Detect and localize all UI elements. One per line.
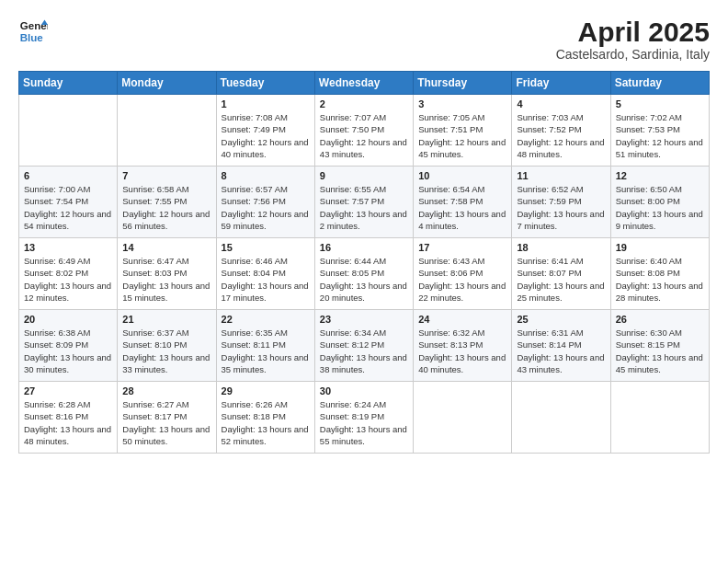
day-cell: 9Sunrise: 6:55 AM Sunset: 7:57 PM Daylig… <box>314 167 413 238</box>
day-detail: Sunrise: 6:46 AM Sunset: 8:04 PM Dayligh… <box>222 255 310 304</box>
week-row-5: 27Sunrise: 6:28 AM Sunset: 8:16 PM Dayli… <box>19 382 710 454</box>
day-cell: 27Sunrise: 6:28 AM Sunset: 8:16 PM Dayli… <box>19 382 118 454</box>
week-row-2: 6Sunrise: 7:00 AM Sunset: 7:54 PM Daylig… <box>19 167 710 238</box>
day-detail: Sunrise: 6:50 AM Sunset: 8:00 PM Dayligh… <box>616 183 704 232</box>
day-cell: 1Sunrise: 7:08 AM Sunset: 7:49 PM Daylig… <box>216 95 314 167</box>
day-cell: 15Sunrise: 6:46 AM Sunset: 8:04 PM Dayli… <box>216 238 314 310</box>
day-cell <box>610 382 709 454</box>
day-cell: 4Sunrise: 7:03 AM Sunset: 7:52 PM Daylig… <box>512 95 610 167</box>
day-cell <box>512 382 610 454</box>
day-cell: 20Sunrise: 6:38 AM Sunset: 8:09 PM Dayli… <box>19 310 118 382</box>
day-cell: 8Sunrise: 6:57 AM Sunset: 7:56 PM Daylig… <box>216 167 314 238</box>
day-number: 30 <box>320 385 408 396</box>
weekday-header-tuesday: Tuesday <box>216 72 314 95</box>
day-detail: Sunrise: 6:35 AM Sunset: 8:11 PM Dayligh… <box>222 327 310 375</box>
logo: General Blue <box>18 17 48 46</box>
day-cell: 12Sunrise: 6:50 AM Sunset: 8:00 PM Dayli… <box>610 167 709 238</box>
day-detail: Sunrise: 6:32 AM Sunset: 8:13 PM Dayligh… <box>418 327 506 375</box>
day-detail: Sunrise: 6:57 AM Sunset: 7:56 PM Dayligh… <box>222 183 310 232</box>
day-cell: 18Sunrise: 6:41 AM Sunset: 8:07 PM Dayli… <box>512 238 610 310</box>
day-number: 28 <box>122 385 210 396</box>
day-detail: Sunrise: 6:31 AM Sunset: 8:14 PM Dayligh… <box>517 327 605 375</box>
day-cell: 22Sunrise: 6:35 AM Sunset: 8:11 PM Dayli… <box>216 310 314 382</box>
day-detail: Sunrise: 6:34 AM Sunset: 8:12 PM Dayligh… <box>320 327 408 375</box>
day-detail: Sunrise: 7:03 AM Sunset: 7:52 PM Dayligh… <box>517 111 605 160</box>
day-detail: Sunrise: 6:52 AM Sunset: 7:59 PM Dayligh… <box>517 183 605 232</box>
day-number: 18 <box>517 242 605 253</box>
day-number: 15 <box>222 242 310 253</box>
day-detail: Sunrise: 7:08 AM Sunset: 7:49 PM Dayligh… <box>222 111 310 160</box>
day-number: 22 <box>222 314 310 325</box>
calendar-title: April 2025 <box>556 17 710 47</box>
logo-icon: General Blue <box>18 17 48 46</box>
day-detail: Sunrise: 6:40 AM Sunset: 8:08 PM Dayligh… <box>616 255 704 304</box>
day-number: 24 <box>418 314 506 325</box>
day-number: 26 <box>616 314 704 325</box>
day-number: 7 <box>122 170 210 181</box>
day-detail: Sunrise: 7:00 AM Sunset: 7:54 PM Dayligh… <box>24 183 112 232</box>
day-number: 10 <box>418 170 506 181</box>
day-cell: 5Sunrise: 7:02 AM Sunset: 7:53 PM Daylig… <box>610 95 709 167</box>
day-detail: Sunrise: 6:30 AM Sunset: 8:15 PM Dayligh… <box>616 327 704 375</box>
day-detail: Sunrise: 7:02 AM Sunset: 7:53 PM Dayligh… <box>616 111 704 160</box>
day-number: 4 <box>517 98 605 109</box>
day-number: 9 <box>320 170 408 181</box>
day-number: 3 <box>418 98 506 109</box>
day-number: 11 <box>517 170 605 181</box>
day-cell: 10Sunrise: 6:54 AM Sunset: 7:58 PM Dayli… <box>414 167 512 238</box>
page: General Blue April 2025 Castelsardo, Sar… <box>0 0 728 563</box>
day-cell: 25Sunrise: 6:31 AM Sunset: 8:14 PM Dayli… <box>512 310 610 382</box>
day-cell: 13Sunrise: 6:49 AM Sunset: 8:02 PM Dayli… <box>19 238 118 310</box>
day-number: 25 <box>517 314 605 325</box>
day-detail: Sunrise: 6:41 AM Sunset: 8:07 PM Dayligh… <box>517 255 605 304</box>
day-number: 6 <box>24 170 112 181</box>
calendar-table: SundayMondayTuesdayWednesdayThursdayFrid… <box>18 71 710 454</box>
day-cell: 11Sunrise: 6:52 AM Sunset: 7:59 PM Dayli… <box>512 167 610 238</box>
day-cell: 23Sunrise: 6:34 AM Sunset: 8:12 PM Dayli… <box>314 310 413 382</box>
day-cell: 19Sunrise: 6:40 AM Sunset: 8:08 PM Dayli… <box>610 238 709 310</box>
day-number: 1 <box>222 98 310 109</box>
day-detail: Sunrise: 6:43 AM Sunset: 8:06 PM Dayligh… <box>418 255 506 304</box>
weekday-header-friday: Friday <box>512 72 610 95</box>
week-row-4: 20Sunrise: 6:38 AM Sunset: 8:09 PM Dayli… <box>19 310 710 382</box>
day-cell: 2Sunrise: 7:07 AM Sunset: 7:50 PM Daylig… <box>314 95 413 167</box>
day-detail: Sunrise: 6:28 AM Sunset: 8:16 PM Dayligh… <box>24 398 112 447</box>
day-cell <box>118 95 216 167</box>
day-detail: Sunrise: 6:38 AM Sunset: 8:09 PM Dayligh… <box>24 327 112 375</box>
day-cell: 6Sunrise: 7:00 AM Sunset: 7:54 PM Daylig… <box>19 167 118 238</box>
weekday-header-row: SundayMondayTuesdayWednesdayThursdayFrid… <box>19 72 710 95</box>
weekday-header-monday: Monday <box>118 72 216 95</box>
header: General Blue April 2025 Castelsardo, Sar… <box>18 17 710 62</box>
day-detail: Sunrise: 7:07 AM Sunset: 7:50 PM Dayligh… <box>320 111 408 160</box>
weekday-header-thursday: Thursday <box>414 72 512 95</box>
day-number: 12 <box>616 170 704 181</box>
day-detail: Sunrise: 6:49 AM Sunset: 8:02 PM Dayligh… <box>24 255 112 304</box>
day-number: 13 <box>24 242 112 253</box>
day-detail: Sunrise: 6:47 AM Sunset: 8:03 PM Dayligh… <box>122 255 210 304</box>
day-number: 8 <box>222 170 310 181</box>
day-detail: Sunrise: 6:44 AM Sunset: 8:05 PM Dayligh… <box>320 255 408 304</box>
day-number: 20 <box>24 314 112 325</box>
day-detail: Sunrise: 6:55 AM Sunset: 7:57 PM Dayligh… <box>320 183 408 232</box>
day-cell: 14Sunrise: 6:47 AM Sunset: 8:03 PM Dayli… <box>118 238 216 310</box>
day-detail: Sunrise: 6:24 AM Sunset: 8:19 PM Dayligh… <box>320 398 408 447</box>
day-cell: 3Sunrise: 7:05 AM Sunset: 7:51 PM Daylig… <box>414 95 512 167</box>
day-cell: 28Sunrise: 6:27 AM Sunset: 8:17 PM Dayli… <box>118 382 216 454</box>
day-detail: Sunrise: 6:26 AM Sunset: 8:18 PM Dayligh… <box>222 398 310 447</box>
day-cell: 17Sunrise: 6:43 AM Sunset: 8:06 PM Dayli… <box>414 238 512 310</box>
week-row-1: 1Sunrise: 7:08 AM Sunset: 7:49 PM Daylig… <box>19 95 710 167</box>
day-number: 29 <box>222 385 310 396</box>
day-number: 14 <box>122 242 210 253</box>
day-detail: Sunrise: 6:37 AM Sunset: 8:10 PM Dayligh… <box>122 327 210 375</box>
title-block: April 2025 Castelsardo, Sardinia, Italy <box>556 17 710 62</box>
day-number: 5 <box>616 98 704 109</box>
day-cell: 7Sunrise: 6:58 AM Sunset: 7:55 PM Daylig… <box>118 167 216 238</box>
weekday-header-sunday: Sunday <box>19 72 118 95</box>
day-number: 27 <box>24 385 112 396</box>
day-cell <box>19 95 118 167</box>
day-detail: Sunrise: 6:54 AM Sunset: 7:58 PM Dayligh… <box>418 183 506 232</box>
day-cell: 26Sunrise: 6:30 AM Sunset: 8:15 PM Dayli… <box>610 310 709 382</box>
day-number: 2 <box>320 98 408 109</box>
day-cell: 16Sunrise: 6:44 AM Sunset: 8:05 PM Dayli… <box>314 238 413 310</box>
day-number: 23 <box>320 314 408 325</box>
